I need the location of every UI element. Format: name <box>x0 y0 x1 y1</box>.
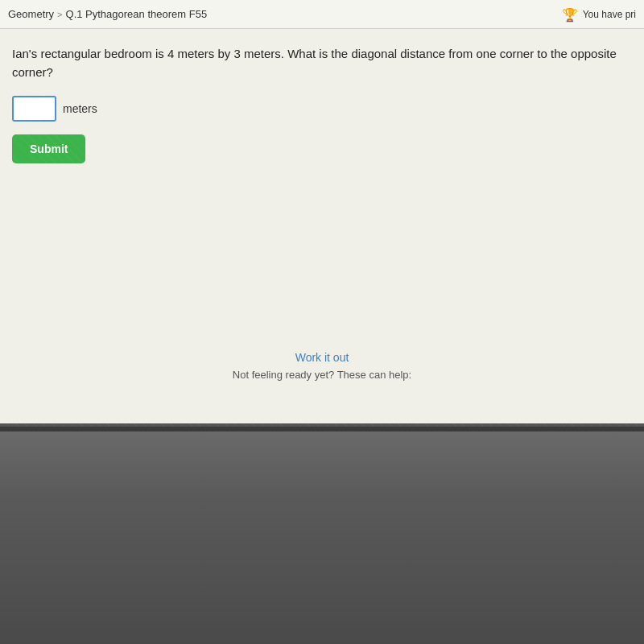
answer-input[interactable] <box>12 96 56 122</box>
trophy-icon: 🏆 <box>562 6 578 22</box>
breadcrumb-subject[interactable]: Geometry <box>8 8 54 20</box>
work-it-out-link[interactable]: Work it out <box>233 351 411 364</box>
nav-right: 🏆 You have pri <box>562 6 636 22</box>
breadcrumb-separator: > <box>57 10 62 19</box>
nav-bar: Geometry > Q.1 Pythagorean theorem F55 🏆… <box>0 0 644 29</box>
content-area: Ian's rectangular bedroom is 4 meters by… <box>0 29 644 423</box>
breadcrumb: Geometry > Q.1 Pythagorean theorem F55 <box>8 8 207 20</box>
laptop-screen: Geometry > Q.1 Pythagorean theorem F55 🏆… <box>0 0 644 427</box>
laptop-body: ☀ ☀ ⊡⊡ ⠿ ⌨ ⌨ ⏮ ⏯ ⏭ <box>0 431 644 644</box>
question-text: Ian's rectangular bedroom is 4 meters by… <box>12 45 624 81</box>
answer-row: meters <box>12 96 632 122</box>
not-ready-text: Not feeling ready yet? These can help: <box>233 369 411 381</box>
submit-button[interactable]: Submit <box>12 134 85 163</box>
breadcrumb-topic[interactable]: Q.1 Pythagorean theorem F55 <box>66 8 208 20</box>
unit-label: meters <box>63 102 97 115</box>
reward-text: You have pri <box>583 9 636 20</box>
work-it-out-section: Work it out Not feeling ready yet? These… <box>233 351 411 382</box>
